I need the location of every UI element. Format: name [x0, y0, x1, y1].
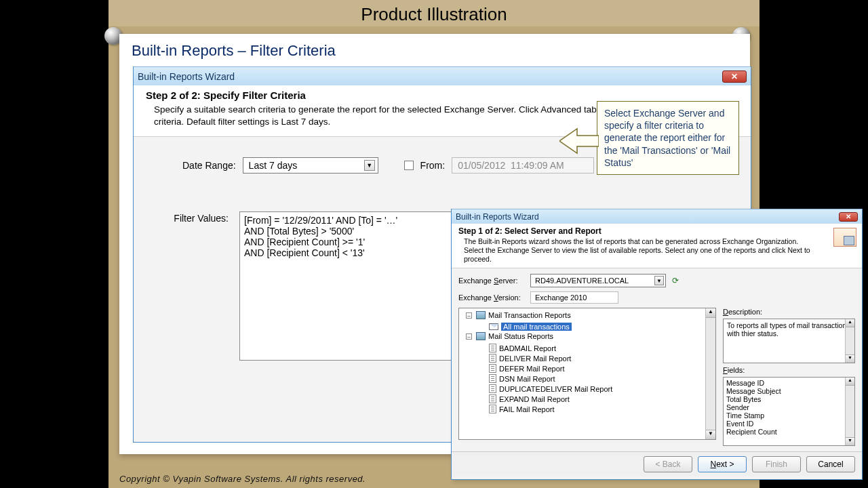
- wizard-step1-titlebar[interactable]: Built-in Reports Wizard ✕: [452, 209, 862, 224]
- document-icon: [489, 384, 496, 393]
- mail-icon: [489, 323, 498, 330]
- page-title: Product Illustration: [108, 0, 760, 26]
- tree-group-mail-transaction[interactable]: –Mail Transaction Reports: [466, 310, 715, 320]
- tree-item[interactable]: DEFER Mail Report: [489, 363, 715, 373]
- callout-text: Select Exchange Server and specify a fil…: [604, 108, 730, 168]
- document-icon: [489, 354, 496, 363]
- from-datetime-input[interactable]: [452, 157, 594, 174]
- scrollbar[interactable]: ▲▼: [845, 378, 854, 445]
- scrollbar[interactable]: ▲▼: [845, 319, 854, 363]
- exchange-server-label: Exchange Server:: [458, 277, 526, 285]
- list-item[interactable]: Message ID: [726, 379, 852, 387]
- callout-note: Select Exchange Server and specify a fil…: [597, 101, 739, 175]
- svg-marker-0: [559, 129, 599, 153]
- tree-item[interactable]: DSN Mail Report: [489, 373, 715, 384]
- list-item[interactable]: Time Stamp: [726, 411, 852, 420]
- report-tree[interactable]: –Mail Transaction Reports All mail trans…: [458, 308, 716, 440]
- list-item[interactable]: Sender: [726, 403, 852, 411]
- exchange-server-combo[interactable]: RD49.ADVENTURE.LOCAL ▼: [530, 274, 666, 287]
- list-item[interactable]: Total Bytes: [726, 395, 852, 403]
- exchange-server-value: RD49.ADVENTURE.LOCAL: [535, 277, 629, 285]
- slide-subtitle: Built-in Reports – Filter Criteria: [132, 42, 738, 60]
- exchange-version-field[interactable]: [530, 291, 618, 304]
- fields-listbox[interactable]: Message ID Message Subject Total Bytes S…: [723, 377, 855, 446]
- tree-item-all-mail-transactions[interactable]: All mail transactions: [489, 322, 715, 331]
- arrow-left-icon: [559, 126, 599, 156]
- tree-item[interactable]: DELIVER Mail Report: [489, 353, 715, 363]
- copyright-text: Copyright © Vyapin Software Systems. All…: [119, 474, 366, 484]
- back-button[interactable]: < Back: [644, 456, 692, 472]
- date-range-label: Date Range:: [182, 160, 236, 171]
- date-range-value: Last 7 days: [249, 160, 298, 171]
- scrollbar[interactable]: ▲▼: [705, 308, 715, 439]
- document-icon: [489, 405, 496, 413]
- step1-description: The Built-in Reports wizard shows the li…: [464, 237, 816, 264]
- finish-button[interactable]: Finish: [752, 456, 801, 472]
- list-item[interactable]: Recipient Count: [726, 428, 852, 436]
- tree-group-mail-status[interactable]: –Mail Status Reports: [466, 331, 715, 341]
- description-text: To reports all types of mail transaction…: [727, 321, 846, 338]
- folder-icon: [476, 332, 486, 340]
- exchange-version-label: Exchange Version:: [458, 293, 526, 302]
- document-icon: [489, 364, 496, 373]
- date-range-combo[interactable]: Last 7 days ▼: [243, 157, 378, 174]
- list-item[interactable]: Message Subject: [726, 387, 852, 395]
- step2-heading: Step 2 of 2: Specify Filter Criteria: [146, 89, 738, 101]
- close-button[interactable]: ✕: [839, 212, 858, 222]
- wizard-button-bar: < Back Next > Finish Cancel: [452, 451, 862, 476]
- chevron-down-icon: ▼: [364, 160, 375, 171]
- document-icon: [489, 374, 496, 383]
- tree-item[interactable]: FAIL Mail Report: [489, 404, 715, 414]
- filter-values-label: Filter Values:: [167, 211, 229, 224]
- wizard-step2-titlebar[interactable]: Built-in Reports Wizard ✕: [134, 66, 751, 85]
- description-box: To reports all types of mail transaction…: [723, 319, 855, 363]
- list-item[interactable]: Event ID: [726, 420, 852, 428]
- next-button[interactable]: Next >: [698, 456, 747, 472]
- document-icon: [489, 344, 496, 352]
- step1-heading: Step 1 of 2: Select Server and Report: [458, 226, 855, 236]
- tree-item[interactable]: DUPLICATEDELIVER Mail Report: [489, 384, 715, 394]
- folder-icon: [476, 311, 486, 319]
- wizard-step1-window: Built-in Reports Wizard ✕ Step 1 of 2: S…: [451, 209, 863, 480]
- from-label: From:: [420, 160, 446, 171]
- wizard-step1-title: Built-in Reports Wizard: [456, 212, 539, 222]
- from-checkbox[interactable]: [404, 161, 414, 170]
- tree-item[interactable]: BADMAIL Report: [489, 343, 715, 353]
- tree-item[interactable]: EXPAND Mail Report: [489, 394, 715, 404]
- refresh-icon[interactable]: ⟳: [670, 275, 681, 286]
- document-icon: [489, 394, 496, 403]
- cancel-button[interactable]: Cancel: [806, 456, 855, 472]
- chevron-down-icon: ▼: [654, 276, 664, 285]
- report-wizard-icon: [833, 228, 856, 247]
- wizard-step2-title: Built-in Reports Wizard: [138, 71, 235, 82]
- close-button[interactable]: ✕: [722, 70, 747, 83]
